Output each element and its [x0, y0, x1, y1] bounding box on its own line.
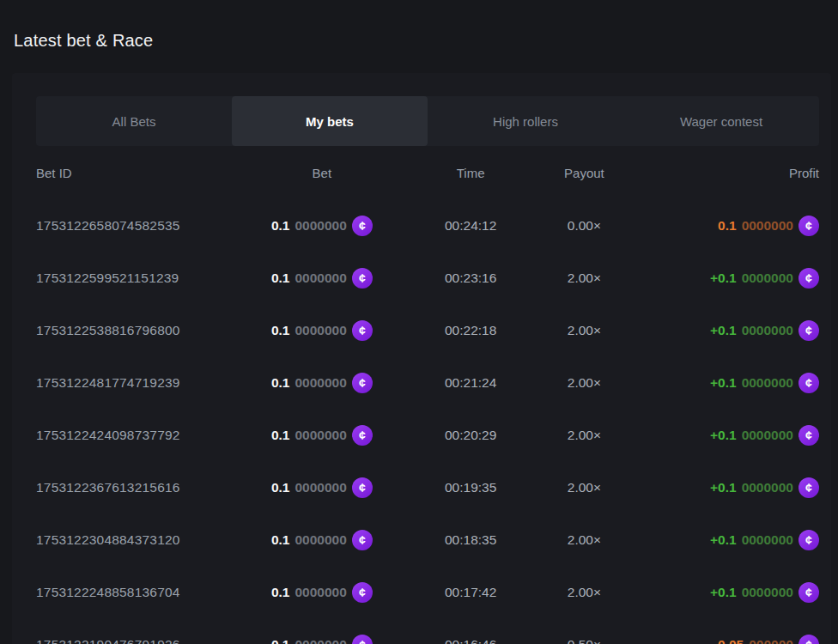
bet-amount: 0.10000000 ¢	[271, 582, 373, 603]
table-row[interactable]: 1753122248858136704 0.10000000 ¢ 00:17:4…	[36, 566, 819, 618]
bet-time: 00:21:24	[412, 375, 530, 391]
bet-id: 1753122658074582535	[36, 218, 232, 234]
bet-amount-zeros: 0000000	[295, 637, 346, 644]
bet-profit: +0.10000000 ¢	[710, 425, 819, 446]
coin-icon: ¢	[352, 530, 373, 550]
bet-amount-main: 0.1	[271, 532, 290, 548]
bet-profit: +0.10000000 ¢	[710, 373, 819, 393]
table-row[interactable]: 1753122658074582535 0.10000000 ¢ 00:24:1…	[36, 199, 819, 252]
tab-all-bets[interactable]: All Bets	[36, 96, 232, 146]
profit-amount-main: +0.1	[710, 270, 737, 286]
coin-icon: ¢	[352, 216, 373, 236]
table-row[interactable]: 1753122367613215616 0.10000000 ¢ 00:19:3…	[36, 461, 819, 513]
bet-amount-zeros: 0000000	[295, 218, 346, 234]
bet-payout: 0.00×	[530, 218, 640, 234]
bet-profit: 0.05000000 ¢	[718, 635, 819, 644]
coin-icon: ¢	[799, 425, 819, 446]
coin-icon: ¢	[799, 320, 819, 341]
bet-payout: 2.00×	[530, 532, 640, 548]
bet-amount-main: 0.1	[271, 480, 290, 495]
bet-profit: +0.10000000 ¢	[710, 582, 819, 603]
bet-amount-zeros: 0000000	[295, 323, 346, 338]
coin-icon: ¢	[799, 216, 819, 236]
column-header-bet-id: Bet ID	[36, 166, 232, 180]
bet-amount-zeros: 0000000	[295, 585, 346, 600]
bet-amount-main: 0.1	[271, 218, 290, 234]
tab-my-bets[interactable]: My bets	[232, 96, 428, 146]
table-row[interactable]: 1753122481774719239 0.10000000 ¢ 00:21:2…	[36, 356, 819, 409]
bet-amount: 0.10000000 ¢	[271, 635, 373, 644]
coin-icon: ¢	[799, 635, 819, 644]
bet-profit: +0.10000000 ¢	[710, 268, 819, 289]
profit-amount-zeros: 0000000	[742, 428, 793, 443]
bet-payout: 2.00×	[530, 323, 640, 338]
bet-amount: 0.10000000 ¢	[271, 320, 373, 341]
column-header-time: Time	[412, 166, 530, 180]
bet-time: 00:16:46	[412, 637, 530, 644]
bets-tab-bar: All Bets My bets High rollers Wager cont…	[36, 96, 819, 146]
bet-amount-zeros: 0000000	[295, 375, 346, 391]
bet-id: 1753122190476791926	[36, 637, 232, 644]
profit-amount-zeros: 0000000	[742, 218, 793, 234]
coin-icon: ¢	[799, 530, 819, 550]
table-body: 1753122658074582535 0.10000000 ¢ 00:24:1…	[36, 199, 819, 644]
coin-icon: ¢	[352, 320, 373, 341]
bet-amount: 0.10000000 ¢	[271, 268, 373, 289]
table-row[interactable]: 1753122424098737792 0.10000000 ¢ 00:20:2…	[36, 409, 819, 461]
bet-id: 1753122304884373120	[36, 532, 232, 548]
bet-time: 00:17:42	[412, 585, 530, 600]
tab-wager-contest[interactable]: Wager contest	[623, 96, 819, 146]
profit-amount-zeros: 0000000	[742, 585, 793, 600]
table-row[interactable]: 1753122599521151239 0.10000000 ¢ 00:23:1…	[36, 252, 819, 304]
bet-amount-main: 0.1	[271, 585, 290, 600]
bet-amount-main: 0.1	[271, 323, 290, 338]
coin-icon: ¢	[352, 425, 373, 446]
bet-id: 1753122599521151239	[36, 270, 232, 286]
bet-amount: 0.10000000 ¢	[271, 530, 373, 550]
bet-payout: 2.00×	[530, 270, 640, 286]
bet-id: 1753122367613215616	[36, 480, 232, 495]
column-header-payout: Payout	[530, 166, 640, 180]
bet-payout: 2.00×	[530, 428, 640, 443]
bet-time: 00:20:29	[412, 428, 530, 443]
profit-amount-main: +0.1	[710, 480, 737, 495]
bet-payout: 0.50×	[530, 637, 640, 644]
bet-payout: 2.00×	[530, 375, 640, 391]
coin-icon: ¢	[799, 582, 819, 603]
profit-amount-main: +0.1	[710, 323, 737, 338]
bet-amount: 0.10000000 ¢	[271, 373, 373, 393]
profit-amount-zeros: 000000	[749, 637, 793, 644]
profit-amount-main: +0.1	[710, 375, 737, 391]
coin-icon: ¢	[352, 268, 373, 289]
bet-time: 00:19:35	[412, 480, 530, 495]
latest-bets-panel: All Bets My bets High rollers Wager cont…	[12, 73, 831, 644]
table-row[interactable]: 1753122190476791926 0.10000000 ¢ 00:16:4…	[36, 618, 819, 644]
bet-id: 1753122424098737792	[36, 428, 232, 443]
bet-amount: 0.10000000 ¢	[271, 477, 373, 498]
bet-amount-zeros: 0000000	[295, 428, 346, 443]
bet-time: 00:18:35	[412, 532, 530, 548]
bet-time: 00:22:18	[412, 323, 530, 338]
bet-amount-main: 0.1	[271, 270, 290, 286]
table-header-row: Bet ID Bet Time Payout Profit	[36, 146, 819, 199]
profit-amount-zeros: 0000000	[742, 532, 793, 548]
coin-icon: ¢	[799, 477, 819, 498]
coin-icon: ¢	[352, 582, 373, 603]
profit-amount-main: 0.1	[718, 218, 737, 234]
column-header-bet: Bet	[232, 166, 412, 180]
bet-amount-main: 0.1	[271, 428, 290, 443]
bet-payout: 2.00×	[530, 480, 640, 495]
bet-profit: 0.10000000 ¢	[718, 216, 819, 236]
bet-profit: +0.10000000 ¢	[710, 477, 819, 498]
profit-amount-main: +0.1	[710, 428, 737, 443]
page-title: Latest bet & Race	[0, 0, 838, 53]
coin-icon: ¢	[352, 477, 373, 498]
profit-amount-zeros: 0000000	[742, 375, 793, 391]
bet-id: 1753122481774719239	[36, 375, 232, 391]
coin-icon: ¢	[352, 635, 373, 644]
table-row[interactable]: 1753122538816796800 0.10000000 ¢ 00:22:1…	[36, 304, 819, 356]
table-row[interactable]: 1753122304884373120 0.10000000 ¢ 00:18:3…	[36, 513, 819, 566]
bet-amount-zeros: 0000000	[295, 532, 346, 548]
tab-high-rollers[interactable]: High rollers	[428, 96, 623, 146]
bet-amount-zeros: 0000000	[295, 480, 346, 495]
